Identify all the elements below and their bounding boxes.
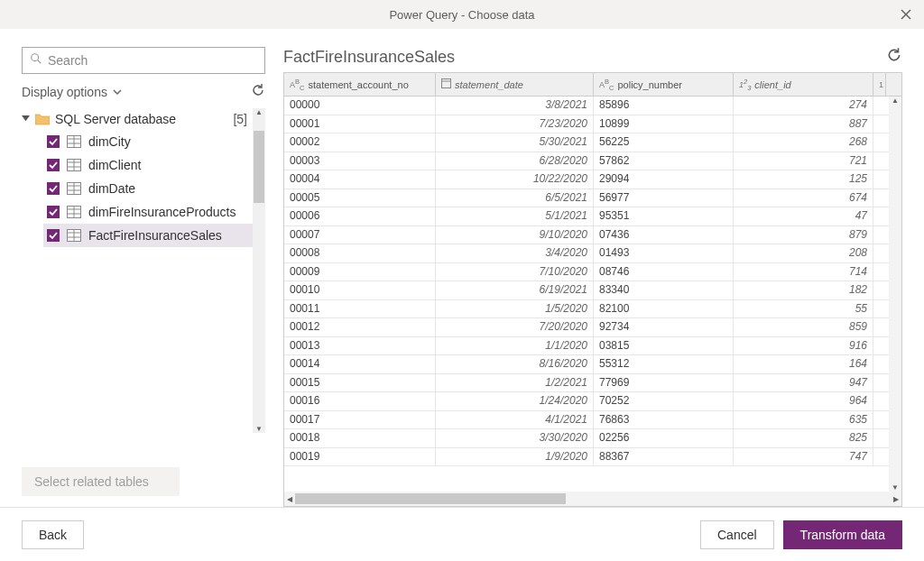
- tree-root[interactable]: SQL Server database [5]: [22, 108, 265, 130]
- folder-icon: [35, 113, 50, 125]
- table-row[interactable]: 000079/10/202007436879: [284, 226, 901, 245]
- cell: 29094: [594, 170, 734, 189]
- cell: 7/20/2020: [436, 318, 594, 336]
- preview-pane: FactFireInsuranceSales ABCstatement_acco…: [283, 47, 902, 507]
- cell: 00016: [284, 392, 436, 410]
- table-row[interactable]: 0000410/22/202029094125: [284, 170, 901, 189]
- search-box[interactable]: [22, 47, 265, 74]
- table-row[interactable]: 000151/2/202177969947: [284, 374, 901, 393]
- type-icon: 123: [739, 78, 751, 92]
- tree-item[interactable]: FactFireInsuranceSales: [43, 224, 265, 247]
- table-row[interactable]: 000183/30/202002256825: [284, 429, 901, 448]
- cell: 1/9/2020: [436, 448, 594, 466]
- grid-body: 000003/8/202185896274000017/23/202010899…: [284, 97, 901, 492]
- column-header[interactable]: ABCpolicy_number: [594, 73, 734, 96]
- table-row[interactable]: 000106/19/202183340182: [284, 281, 901, 300]
- cell: 00010: [284, 281, 436, 299]
- table-row[interactable]: 000003/8/202185896274: [284, 97, 901, 115]
- caret-down-icon: [22, 112, 30, 126]
- tree-item[interactable]: dimClient: [43, 153, 265, 177]
- cell: 859: [734, 318, 873, 336]
- table-row[interactable]: 000111/5/20208210055: [284, 300, 901, 319]
- cell: 1/24/2020: [436, 392, 594, 410]
- table-row[interactable]: 000025/30/202156225268: [284, 133, 901, 152]
- scrollbar-thumb[interactable]: [254, 131, 264, 203]
- cell: 5/30/2021: [436, 133, 594, 152]
- main-area: Display options SQL Server databas: [0, 29, 924, 507]
- cell: 00009: [284, 263, 436, 281]
- table-row[interactable]: 000161/24/202070252964: [284, 392, 901, 411]
- table-row[interactable]: 000148/16/202055312164: [284, 355, 901, 374]
- select-related-tables-button[interactable]: Select related tables: [22, 467, 180, 496]
- tree-item[interactable]: dimFireInsuranceProducts: [43, 200, 265, 224]
- cell: 10/22/2020: [436, 170, 594, 189]
- table-row[interactable]: 000017/23/202010899887: [284, 115, 901, 134]
- checkbox-icon[interactable]: [47, 206, 60, 218]
- cell: 08746: [594, 263, 734, 281]
- search-input[interactable]: [48, 53, 257, 68]
- table-row[interactable]: 000056/5/202156977674: [284, 189, 901, 208]
- table-row[interactable]: 000065/1/20219535147: [284, 207, 901, 226]
- cell: 00008: [284, 244, 436, 262]
- display-options-label: Display options: [22, 85, 107, 99]
- svg-marker-4: [22, 115, 30, 121]
- cell: 00014: [284, 355, 436, 373]
- tree-item[interactable]: dimDate: [43, 177, 265, 200]
- table-row[interactable]: 000174/1/202176863635: [284, 411, 901, 430]
- column-name: policy_number: [617, 79, 682, 90]
- data-grid: ABCstatement_account_nostatement_dateABC…: [283, 72, 902, 507]
- table-icon: [67, 182, 81, 195]
- cell: 208: [734, 244, 873, 262]
- table-row[interactable]: 000191/9/202088367747: [284, 448, 901, 467]
- tree-item-label: FactFireInsuranceSales: [88, 228, 222, 243]
- column-header[interactable]: 123client_id: [734, 73, 873, 96]
- refresh-preview-icon[interactable]: [886, 47, 902, 67]
- refresh-icon[interactable]: [251, 83, 265, 101]
- cell: 4/1/2021: [436, 411, 594, 429]
- cell: 00018: [284, 429, 436, 447]
- cell: 9/10/2020: [436, 226, 594, 244]
- table-icon: [67, 206, 81, 218]
- column-header[interactable]: ABCstatement_account_no: [284, 73, 436, 96]
- back-button[interactable]: Back: [22, 520, 84, 549]
- svg-point-2: [32, 54, 39, 61]
- hscroll-thumb[interactable]: [295, 493, 566, 504]
- checkbox-icon[interactable]: [47, 159, 60, 171]
- tree-item[interactable]: dimCity: [43, 130, 265, 153]
- cell: 3/8/2021: [436, 97, 594, 115]
- preview-title: FactFireInsuranceSales: [283, 48, 455, 67]
- transform-data-button[interactable]: Transform data: [783, 520, 902, 549]
- cell: 916: [734, 337, 873, 355]
- cell: 1/2/2021: [436, 374, 594, 392]
- cell: 01493: [594, 244, 734, 262]
- cell: 879: [734, 226, 873, 244]
- table-row[interactable]: 000036/28/202057862721: [284, 152, 901, 171]
- column-header-overflow: 1: [873, 73, 886, 96]
- window-title: Power Query - Choose data: [389, 8, 534, 22]
- tree-item-label: dimClient: [88, 158, 141, 172]
- sidebar-scrollbar[interactable]: ▲ ▼: [253, 108, 265, 433]
- table-row[interactable]: 000127/20/202092734859: [284, 318, 901, 337]
- cell: 635: [734, 411, 873, 429]
- cell: 125: [734, 170, 873, 189]
- grid-vertical-scrollbar[interactable]: ▲ ▼: [889, 97, 901, 492]
- cell: 95351: [594, 207, 734, 225]
- table-row[interactable]: 000097/10/202008746714: [284, 263, 901, 282]
- checkbox-icon[interactable]: [47, 229, 60, 242]
- cell: 274: [734, 97, 873, 115]
- cell: 10899: [594, 115, 734, 133]
- table-row[interactable]: 000083/4/202001493208: [284, 244, 901, 263]
- cell: 00012: [284, 318, 436, 336]
- cell: 00011: [284, 300, 436, 318]
- close-icon[interactable]: [895, 4, 917, 25]
- cancel-button[interactable]: Cancel: [700, 520, 774, 549]
- checkbox-icon[interactable]: [47, 135, 60, 148]
- column-header[interactable]: statement_date: [436, 73, 594, 96]
- table-row[interactable]: 000131/1/202003815916: [284, 337, 901, 356]
- footer: Back Cancel Transform data: [0, 507, 924, 561]
- display-options-dropdown[interactable]: Display options: [22, 85, 122, 99]
- type-icon: [441, 78, 451, 90]
- cell: 76863: [594, 411, 734, 429]
- checkbox-icon[interactable]: [47, 182, 60, 195]
- grid-horizontal-scrollbar[interactable]: ◀ ▶: [284, 492, 901, 506]
